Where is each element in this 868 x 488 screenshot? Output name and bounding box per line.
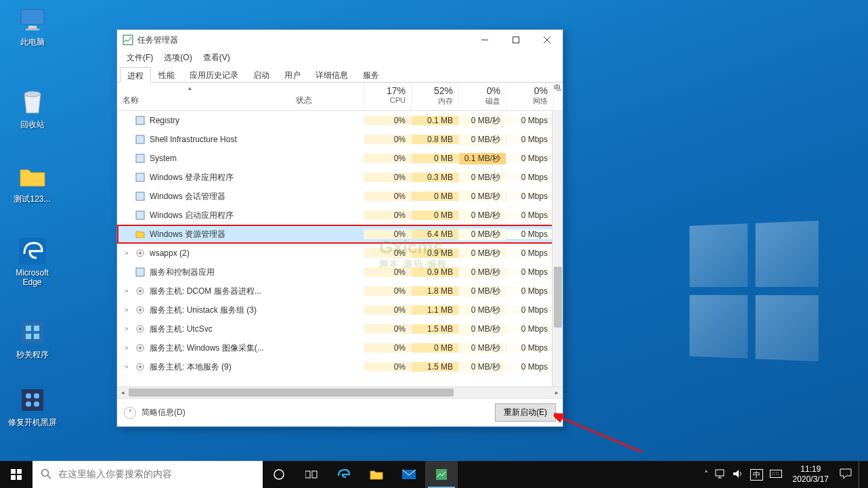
taskbar-search[interactable]: 在这里输入你要搜索的内容 <box>32 461 263 488</box>
cell-cpu: 0% <box>364 248 411 258</box>
process-name: Windows 启动应用程序 <box>150 210 234 221</box>
process-name: Windows 会话管理器 <box>150 191 225 202</box>
process-name: 服务主机: DCOM 服务器进程... <box>150 286 261 297</box>
svg-rect-5 <box>22 321 43 343</box>
expand-icon[interactable]: > <box>123 250 131 257</box>
desktop-icon-app[interactable]: 秒关程序 <box>7 318 58 361</box>
start-button[interactable] <box>0 461 32 488</box>
cell-net: 0 Mbps <box>506 286 553 296</box>
desktop-icon-edge[interactable]: Microsoft Edge <box>7 237 58 287</box>
cell-net: 0 Mbps <box>506 362 553 372</box>
column-cpu[interactable]: 17% CPU <box>364 83 411 110</box>
menu-file[interactable]: 文件(F) <box>121 51 158 65</box>
column-name[interactable]: ▴ 名称 <box>117 83 296 110</box>
cell-disk: 0 MB/秒 <box>458 305 506 316</box>
process-row[interactable]: Windows 资源管理器0%6.4 MB0 MB/秒0 Mbps <box>117 225 563 244</box>
taskbar-edge-icon[interactable] <box>328 461 360 488</box>
minimize-button[interactable] <box>469 30 500 50</box>
cell-disk: 0 MB/秒 <box>458 172 506 183</box>
tab-0[interactable]: 进程 <box>120 67 151 83</box>
titlebar[interactable]: 任务管理器 <box>117 30 563 50</box>
desktop-icon-repair[interactable]: 修复开机黑屏 <box>7 386 58 428</box>
svg-rect-51 <box>770 470 781 477</box>
tray-network-icon[interactable] <box>715 469 726 481</box>
cortana-icon[interactable] <box>263 461 295 488</box>
process-row[interactable]: >wsappx (2)0%0.9 MB0 MB/秒0 Mbps <box>117 244 563 263</box>
tray-chevron-icon[interactable]: ˄ <box>704 470 708 479</box>
column-headers: ▴ 名称 状态 17% CPU 52% 内存 0% 磁盘 0% 网络 电 <box>117 83 563 111</box>
process-icon <box>135 153 146 164</box>
process-row[interactable]: Windows 登录应用程序0%0.3 MB0 MB/秒0 Mbps <box>117 168 563 187</box>
tab-4[interactable]: 用户 <box>277 66 308 82</box>
taskbar-mail-icon[interactable] <box>393 461 425 488</box>
expand-icon[interactable]: > <box>123 345 131 351</box>
task-view-icon[interactable] <box>295 461 328 488</box>
pc-icon <box>18 5 47 34</box>
process-row[interactable]: >服务主机: 本地服务 (9)0%1.5 MB0 MB/秒0 Mbps <box>117 357 563 376</box>
scroll-left-icon[interactable]: ◂ <box>117 387 129 399</box>
svg-rect-20 <box>136 116 144 125</box>
collapse-icon[interactable]: ˄ <box>124 407 136 419</box>
taskbar-taskmanager-icon[interactable] <box>425 461 458 488</box>
process-row[interactable]: >服务主机: DCOM 服务器进程...0%1.8 MB0 MB/秒0 Mbps <box>117 282 563 301</box>
close-button[interactable] <box>531 30 563 50</box>
column-memory[interactable]: 52% 内存 <box>411 83 458 110</box>
process-row[interactable]: 服务和控制器应用0%0.9 MB0 MB/秒0 Mbps <box>117 263 563 282</box>
cell-cpu: 0% <box>364 362 411 372</box>
process-row[interactable]: Windows 会话管理器0%0 MB0 MB/秒0 Mbps <box>117 187 563 206</box>
tray-clock[interactable]: 11:19 2020/3/17 <box>789 464 833 485</box>
process-row[interactable]: System0%0 MB0.1 MB/秒0 Mbps <box>117 149 563 168</box>
tab-6[interactable]: 服务 <box>355 66 387 82</box>
desktop-icon-bin[interactable]: 回收站 <box>7 88 58 131</box>
taskbar-explorer-icon[interactable] <box>360 461 393 488</box>
show-desktop-edge[interactable] <box>859 461 863 488</box>
column-disk[interactable]: 0% 磁盘 <box>458 83 506 110</box>
tray-keyboard-icon[interactable] <box>770 470 782 480</box>
column-status[interactable]: 状态 <box>296 83 364 110</box>
system-tray: ˄ 中 11:19 2020/3/17 <box>704 461 868 488</box>
svg-marker-50 <box>733 470 739 478</box>
process-row[interactable]: Registry0%0.1 MB0 MB/秒0 Mbps <box>117 111 563 130</box>
menu-view[interactable]: 查看(V) <box>198 51 236 65</box>
task-manager-icon <box>123 35 133 45</box>
horizontal-scrollbar[interactable]: ◂ ▸ <box>117 386 563 398</box>
cell-disk: 0.1 MB/秒 <box>458 153 506 164</box>
expand-icon[interactable]: > <box>123 363 131 370</box>
cell-net: 0 Mbps <box>506 343 553 353</box>
process-row[interactable]: Windows 启动应用程序0%0 MB0 MB/秒0 Mbps <box>117 206 563 225</box>
maximize-button[interactable] <box>500 30 531 50</box>
svg-rect-1 <box>28 26 37 28</box>
tab-1[interactable]: 性能 <box>151 66 182 82</box>
process-list[interactable]: Registry0%0.1 MB0 MB/秒0 MbpsShell Infras… <box>117 111 563 386</box>
column-extra[interactable]: 电 <box>553 83 563 110</box>
column-network[interactable]: 0% 网络 <box>506 83 553 110</box>
expand-icon[interactable]: > <box>123 326 131 332</box>
tray-volume-icon[interactable] <box>733 469 743 481</box>
cell-mem: 1.5 MB <box>411 324 458 334</box>
action-center-icon[interactable] <box>840 468 852 481</box>
svg-point-38 <box>139 365 142 368</box>
process-row[interactable]: >服务主机: Unistack 服务组 (3)0%1.1 MB0 MB/秒0 M… <box>117 301 563 319</box>
process-icon <box>135 134 146 145</box>
expand-icon[interactable]: > <box>123 307 131 313</box>
restart-button[interactable]: 重新启动(E) <box>495 403 556 422</box>
svg-rect-23 <box>136 173 144 181</box>
desktop-icon-pc[interactable]: 此电脑 <box>7 5 58 48</box>
menu-options[interactable]: 选项(O) <box>158 51 197 65</box>
svg-rect-21 <box>136 135 144 143</box>
tab-3[interactable]: 启动 <box>246 66 277 82</box>
scroll-right-icon[interactable]: ▸ <box>551 387 563 399</box>
process-name: 服务主机: Windows 图像采集(... <box>150 342 264 354</box>
process-row[interactable]: >服务主机: Windows 图像采集(...0%0 MB0 MB/秒0 Mbp… <box>117 338 563 357</box>
vertical-scrollbar[interactable] <box>552 111 563 386</box>
tray-ime-label[interactable]: 中 <box>750 469 763 481</box>
fewer-details-link[interactable]: 简略信息(D) <box>142 407 186 418</box>
tab-5[interactable]: 详细信息 <box>308 66 355 82</box>
cell-mem: 1.8 MB <box>411 286 458 296</box>
process-row[interactable]: >服务主机: UtcSvc0%1.5 MB0 MB/秒0 Mbps <box>117 319 563 338</box>
desktop-icon-folder[interactable]: 测试123... <box>7 162 58 205</box>
svg-point-34 <box>139 328 142 330</box>
process-row[interactable]: Shell Infrastructure Host0%0.8 MB0 MB/秒0… <box>117 130 563 149</box>
expand-icon[interactable]: > <box>123 288 131 294</box>
tab-2[interactable]: 应用历史记录 <box>182 66 246 82</box>
